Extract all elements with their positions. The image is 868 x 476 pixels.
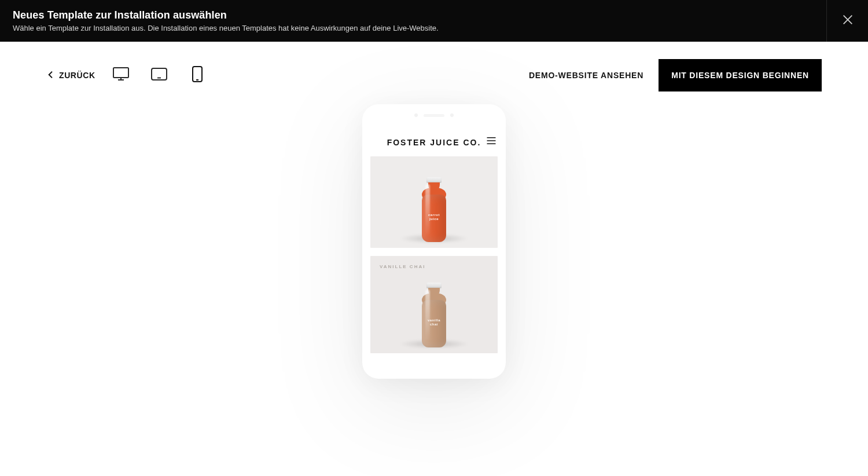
tablet-icon bbox=[150, 67, 168, 83]
device-tablet[interactable] bbox=[146, 66, 172, 85]
phone-icon bbox=[192, 65, 203, 85]
back-button[interactable]: ZURÜCK bbox=[46, 70, 95, 81]
demo-link[interactable]: DEMO-WEBSITE ANSEHEN bbox=[529, 71, 643, 80]
close-icon bbox=[841, 13, 854, 28]
toolbar-left: ZURÜCK bbox=[46, 66, 210, 85]
product-bottle: vanilla chai bbox=[422, 283, 446, 347]
chevron-left-icon bbox=[46, 70, 56, 81]
device-phone[interactable] bbox=[185, 66, 210, 85]
site-header: FOSTER JUICE CO. bbox=[370, 134, 498, 156]
product-card[interactable]: VANILLE CHAI vanilla chai bbox=[370, 256, 498, 353]
phone-screen: FOSTER JUICE CO. carrot juice VANILLE bbox=[362, 104, 506, 379]
topbar-title: Neues Template zur Installation auswähle… bbox=[13, 9, 439, 21]
bottle-text: vanilla chai bbox=[428, 318, 440, 327]
topbar-titles: Neues Template zur Installation auswähle… bbox=[13, 9, 439, 32]
close-button[interactable] bbox=[826, 0, 868, 42]
topbar-subtitle: Wähle ein Template zur Installation aus.… bbox=[13, 24, 439, 32]
start-design-button[interactable]: MIT DIESEM DESIGN BEGINNEN bbox=[659, 59, 822, 91]
bottle-text: carrot juice bbox=[428, 213, 440, 221]
product-label: VANILLE CHAI bbox=[380, 264, 425, 269]
site-brand: FOSTER JUICE CO. bbox=[387, 138, 481, 147]
desktop-icon bbox=[112, 67, 130, 84]
device-desktop[interactable] bbox=[108, 66, 134, 85]
topbar: Neues Template zur Installation auswähle… bbox=[0, 0, 868, 42]
toolbar-right: DEMO-WEBSITE ANSEHEN MIT DIESEM DESIGN B… bbox=[529, 59, 822, 91]
phone-status bbox=[362, 113, 506, 117]
phone-frame: FOSTER JUICE CO. carrot juice VANILLE bbox=[362, 104, 506, 379]
svg-rect-0 bbox=[113, 68, 128, 78]
preview-stage: FOSTER JUICE CO. carrot juice VANILLE bbox=[0, 104, 868, 476]
menu-icon bbox=[486, 137, 496, 147]
product-card[interactable]: carrot juice bbox=[370, 156, 498, 248]
menu-button[interactable] bbox=[486, 137, 496, 147]
toolbar: ZURÜCK bbox=[0, 42, 868, 91]
back-label: ZURÜCK bbox=[59, 71, 95, 80]
product-bottle: carrot juice bbox=[422, 177, 446, 242]
